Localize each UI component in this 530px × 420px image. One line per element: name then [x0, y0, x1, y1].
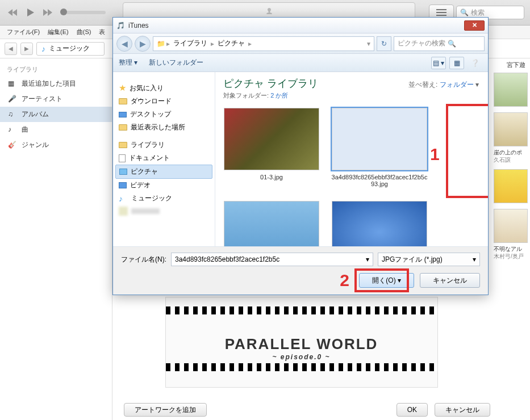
prev-button[interactable] [6, 6, 19, 19]
forward-button[interactable]: ▶ [20, 43, 33, 55]
file-open-dialog: 🎵 iTunes ✕ ◀ ▶ 📁▸ ライブラリ▸ ピクチャ▸ ▾ ↻ ピクチャの… [112, 17, 489, 295]
refresh-button[interactable]: ↻ [377, 36, 391, 51]
section-combo[interactable]: ♪ミュージック [36, 42, 105, 56]
sidebar-item-artists[interactable]: 🎤アーティスト [0, 91, 112, 107]
mic-icon: 🎤 [8, 95, 17, 104]
volume-slider[interactable] [60, 11, 106, 14]
view-mode-button[interactable]: ▤ ▾ [431, 57, 446, 69]
tree-pictures[interactable]: ピクチャ [115, 165, 212, 179]
thumb-image [332, 201, 427, 246]
sort-control[interactable]: 並べ替え: フォルダー ▾ [408, 80, 479, 90]
menu-edit[interactable]: 編集(E) [44, 27, 72, 37]
right-item[interactable]: 崖の上のポ久石譲 [494, 112, 528, 163]
ok-button[interactable]: OK [397, 403, 428, 417]
thumb-image [224, 201, 319, 246]
sidebar-item-recent[interactable]: ▦最近追加した項目 [0, 76, 112, 91]
dialog-toolbar: 整理 ▾ 新しいフォルダー ▤ ▾ ▦ ❔ [113, 54, 488, 72]
dialog-titlebar: 🎵 iTunes ✕ [113, 18, 488, 33]
thumb-image [332, 108, 427, 170]
tree-music[interactable]: ♪ミュージック [115, 192, 212, 205]
music-icon: ♪ [41, 44, 45, 53]
folder-count-link[interactable]: 2 か所 [270, 92, 288, 99]
filename-input[interactable]: 3a4d893fc8265ebbf3f2acec1f2b5c▾ [171, 253, 373, 266]
right-header: 宮下遊 [494, 61, 528, 73]
tree-desktop[interactable]: デスクトップ [115, 108, 212, 121]
path-dropdown-icon[interactable]: ▾ [367, 40, 370, 48]
tree-favorites[interactable]: ★お気に入り [115, 81, 212, 95]
file-thumb[interactable] [223, 201, 320, 246]
album-thumb [494, 73, 528, 107]
library-icon [119, 142, 127, 148]
folder-icon [119, 98, 127, 104]
dialog-search-input[interactable]: ピクチャの検索🔍 [394, 36, 485, 51]
dropdown-icon[interactable]: ▾ [473, 255, 476, 263]
help-icon[interactable]: ❔ [468, 57, 482, 69]
search-icon: 🔍 [448, 40, 456, 48]
dialog-cancel-button[interactable]: キャンセル [420, 273, 480, 288]
annotation-number-1: 1 [430, 145, 440, 164]
nav-forward-button[interactable]: ▶ [135, 36, 151, 52]
open-button[interactable]: 開く(O) ▾ [359, 273, 414, 288]
preview-pane-button[interactable]: ▦ [449, 57, 464, 69]
dialog-nav: ◀ ▶ 📁▸ ライブラリ▸ ピクチャ▸ ▾ ↻ ピクチャの検索🔍 [113, 33, 488, 54]
file-thumb[interactable] [331, 201, 428, 246]
tree-recent[interactable]: 最近表示した場所 [115, 121, 212, 134]
sidebar-item-songs[interactable]: ♪曲 [0, 122, 112, 137]
close-button[interactable]: ✕ [464, 20, 485, 31]
tree-libraries[interactable]: ライブラリ [115, 138, 212, 152]
cancel-button[interactable]: キャンセル [435, 403, 490, 417]
add-artwork-button[interactable]: アートワークを追加 [124, 403, 207, 417]
thumb-label: 3a4d893fc8265ebbf3f2acec1f2b5c93.jpg [331, 174, 428, 187]
album-thumb [494, 112, 528, 146]
desktop-icon [119, 112, 127, 117]
search-icon: 🔍 [460, 9, 469, 16]
folder-tree: ★お気に入り ダウンロード デスクトップ 最近表示した場所 ライブラリ ドキュメ… [113, 72, 215, 246]
play-button[interactable] [22, 4, 39, 21]
sidebar-item-albums[interactable]: ♫アルバム [0, 107, 112, 122]
file-thumb[interactable]: 3a4d893fc8265ebbf3f2acec1f2b5c93.jpg [331, 108, 428, 187]
right-item[interactable] [494, 73, 528, 107]
sidebar-item-genres[interactable]: 🎸ジャンル [0, 137, 112, 153]
annotation-number-2: 2 [340, 271, 349, 290]
bottom-button-row: アートワークを追加 OK キャンセル [124, 403, 490, 417]
back-button[interactable]: ◀ [5, 43, 17, 55]
folder-icon: 📁 [157, 40, 165, 48]
thumb-label: 01-3.jpg [260, 174, 283, 180]
menu-song[interactable]: 曲(S) [73, 27, 95, 37]
organize-button[interactable]: 整理 ▾ [119, 58, 137, 68]
nav-back-button[interactable]: ◀ [116, 36, 132, 52]
guitar-icon: 🎸 [8, 141, 17, 150]
tree-extra[interactable] [115, 205, 212, 217]
album-thumb [494, 169, 528, 203]
document-icon [119, 154, 126, 162]
files-subheader: 対象フォルダー: 2 か所 [223, 91, 480, 100]
note-icon: ♪ [8, 125, 17, 135]
file-thumb[interactable]: 01-3.jpg [223, 108, 320, 187]
right-album-list: 宮下遊 崖の上のポ久石譲 不明なアル木村弓/奥戸 [491, 58, 530, 268]
dropdown-icon[interactable]: ▾ [366, 255, 369, 263]
tree-videos[interactable]: ビデオ [115, 179, 212, 192]
filetype-combo[interactable]: JPGファイル (*.jpg)▾ [378, 253, 480, 266]
menu-view[interactable]: 表 [95, 27, 108, 37]
right-item[interactable]: 不明なアル木村弓/奥戸 [494, 209, 528, 260]
thumb-image [224, 108, 319, 170]
path-bar[interactable]: 📁▸ ライブラリ▸ ピクチャ▸ ▾ [153, 36, 374, 51]
sidebar-header: ライブラリ [0, 63, 112, 76]
file-list: ピクチャ ライブラリ 対象フォルダー: 2 か所 並べ替え: フォルダー ▾ 0… [215, 72, 488, 246]
tree-downloads[interactable]: ダウンロード [115, 95, 212, 108]
tree-documents[interactable]: ドキュメント [115, 152, 212, 165]
music-icon: ♪ [119, 194, 128, 203]
album-icon: ♫ [8, 110, 17, 119]
star-icon: ★ [119, 83, 126, 93]
album-thumb [494, 209, 528, 243]
picture-icon [119, 169, 127, 175]
right-item[interactable] [494, 169, 528, 203]
folder-icon [119, 124, 127, 131]
sidebar: ライブラリ ▦最近追加した項目 🎤アーティスト ♫アルバム ♪曲 🎸ジャンル [0, 58, 112, 420]
menu-file[interactable]: ファイル(F) [3, 27, 43, 37]
next-button[interactable] [41, 6, 55, 19]
video-icon [119, 182, 127, 188]
artwork-preview: PARALLEL WORLD ~ episode.0 ~ [165, 297, 438, 388]
new-folder-button[interactable]: 新しいフォルダー [149, 58, 203, 68]
dialog-title: iTunes [128, 22, 461, 30]
